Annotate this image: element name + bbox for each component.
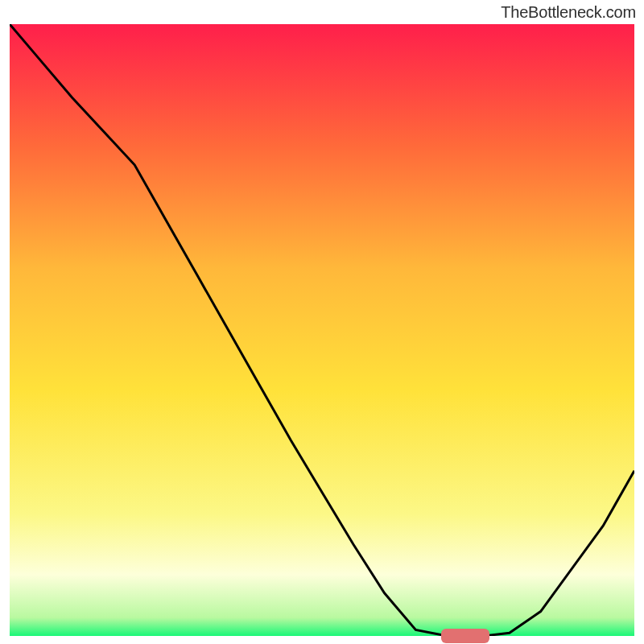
chart-wrapper: TheBottleneck.com <box>0 0 644 644</box>
chart-svg <box>10 24 634 636</box>
plot-area <box>10 24 634 636</box>
gradient-background <box>10 24 634 636</box>
attribution-text: TheBottleneck.com <box>501 3 636 22</box>
